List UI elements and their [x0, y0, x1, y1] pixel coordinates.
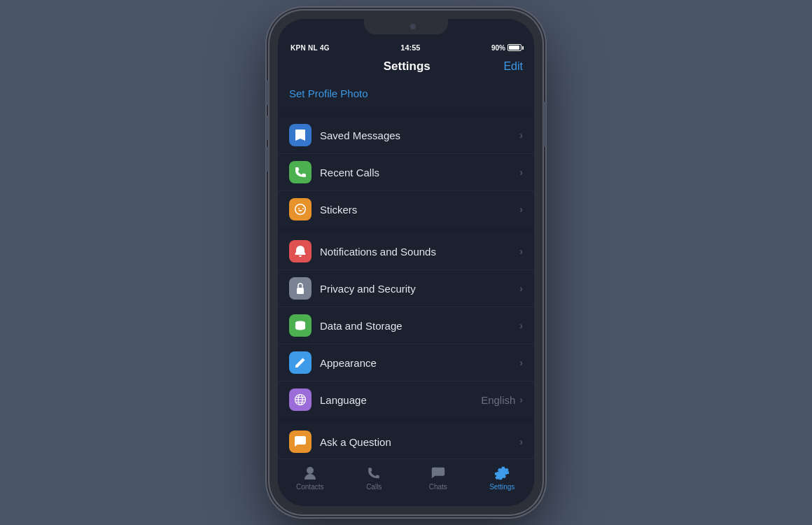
- tab-contacts[interactable]: Contacts: [278, 465, 342, 491]
- ask-question-label: Ask a Question: [320, 436, 519, 448]
- profile-section: Set Profile Photo: [278, 79, 534, 111]
- data-storage-icon: [289, 314, 312, 337]
- saved-messages-icon: [289, 124, 312, 146]
- battery-icon: [507, 44, 522, 51]
- saved-messages-item[interactable]: Saved Messages ›: [278, 117, 534, 154]
- language-value: English: [481, 394, 515, 406]
- chats-icon: [429, 465, 447, 482]
- carrier-text: KPN NL 4G: [290, 44, 330, 52]
- recent-calls-label: Recent Calls: [320, 167, 519, 178]
- time-text: 14:55: [400, 43, 420, 52]
- battery-percent: 90%: [491, 44, 505, 52]
- camera-dot: [410, 24, 416, 29]
- appearance-item[interactable]: Appearance ›: [278, 344, 534, 382]
- chats-tab-label: Chats: [429, 483, 447, 491]
- battery-area: 90%: [491, 44, 522, 52]
- scroll-content: Set Profile Photo Saved Messages ›: [278, 79, 534, 458]
- data-storage-chevron: ›: [519, 320, 523, 331]
- status-bar: KPN NL 4G 14:55 90%: [278, 40, 534, 55]
- language-item[interactable]: Language English ›: [278, 382, 534, 418]
- tab-bar: Contacts Calls Chats: [278, 458, 534, 506]
- stickers-label: Stickers: [320, 204, 519, 216]
- contacts-tab-label: Contacts: [296, 483, 323, 491]
- stickers-item[interactable]: Stickers ›: [278, 191, 534, 227]
- page-title: Settings: [384, 59, 430, 74]
- svg-rect-0: [297, 288, 304, 294]
- saved-messages-chevron: ›: [519, 130, 523, 141]
- nav-bar: Settings Edit: [278, 55, 534, 79]
- tab-calls[interactable]: Calls: [342, 465, 407, 491]
- calls-icon: [365, 465, 383, 482]
- recent-calls-chevron: ›: [519, 167, 523, 178]
- privacy-chevron: ›: [519, 283, 523, 294]
- tab-settings[interactable]: Settings: [470, 465, 535, 491]
- phone-top-bar: [278, 19, 534, 40]
- recent-calls-icon: [289, 161, 312, 183]
- ask-question-item[interactable]: Ask a Question ›: [278, 424, 534, 458]
- appearance-icon: [289, 351, 312, 374]
- edit-button[interactable]: Edit: [503, 60, 523, 73]
- notifications-label: Notifications and Sounds: [320, 246, 519, 258]
- settings-tab-label: Settings: [489, 483, 514, 491]
- appearance-chevron: ›: [519, 357, 523, 368]
- set-profile-photo-button[interactable]: Set Profile Photo: [289, 88, 368, 99]
- notifications-icon: [289, 240, 312, 262]
- language-chevron: ›: [519, 394, 523, 405]
- settings-icon: [493, 465, 511, 482]
- contacts-icon: [301, 465, 319, 482]
- tab-chats[interactable]: Chats: [406, 465, 470, 491]
- stickers-chevron: ›: [519, 204, 523, 215]
- battery-fill: [509, 46, 519, 50]
- data-storage-label: Data and Storage: [320, 320, 519, 332]
- notch: [364, 19, 448, 34]
- notifications-chevron: ›: [519, 246, 523, 257]
- ask-question-chevron: ›: [519, 436, 523, 447]
- privacy-item[interactable]: Privacy and Security ›: [278, 270, 534, 307]
- language-label: Language: [320, 394, 481, 406]
- ask-question-icon: [289, 430, 312, 453]
- data-storage-item[interactable]: Data and Storage ›: [278, 307, 534, 344]
- calls-tab-label: Calls: [366, 483, 382, 491]
- phone-screen: KPN NL 4G 14:55 90% Settings Edit Set Pr…: [278, 19, 534, 506]
- privacy-icon: [289, 277, 312, 300]
- settings-group-3: Ask a Question › ? Telegram FAQ ›: [278, 424, 534, 458]
- notifications-item[interactable]: Notifications and Sounds ›: [278, 233, 534, 270]
- phone-device: KPN NL 4G 14:55 90% Settings Edit Set Pr…: [270, 10, 542, 514]
- appearance-label: Appearance: [320, 357, 519, 369]
- settings-group-1: Saved Messages › Recent Calls ›: [278, 117, 534, 227]
- saved-messages-label: Saved Messages: [320, 130, 519, 141]
- settings-group-2: Notifications and Sounds › Privacy and S…: [278, 233, 534, 418]
- stickers-icon: [289, 198, 312, 220]
- language-icon: [289, 388, 312, 411]
- privacy-label: Privacy and Security: [320, 283, 519, 295]
- recent-calls-item[interactable]: Recent Calls ›: [278, 154, 534, 191]
